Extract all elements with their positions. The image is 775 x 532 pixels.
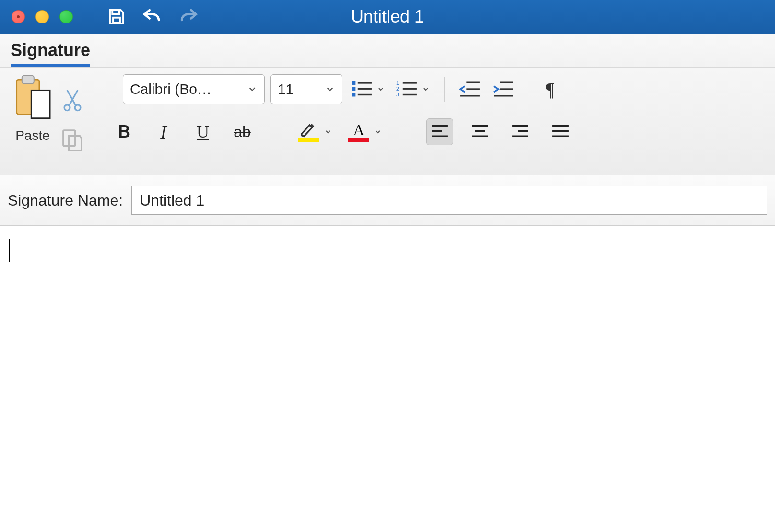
bold-button[interactable]: B [113, 122, 136, 142]
clipboard-group: Paste [10, 74, 92, 168]
chevron-down-icon [247, 84, 258, 94]
svg-text:1: 1 [396, 80, 399, 86]
svg-text:2: 2 [396, 86, 399, 92]
font-size-select[interactable]: 11 [270, 74, 342, 104]
svg-rect-9 [352, 88, 355, 90]
chevron-down-icon [377, 85, 385, 93]
font-color-button[interactable]: A [348, 122, 382, 142]
signature-name-label: Signature Name: [8, 192, 123, 209]
quick-access-toolbar [106, 7, 200, 27]
highlight-swatch [298, 138, 319, 142]
highlight-color-button[interactable] [298, 122, 332, 142]
signature-editor[interactable] [0, 226, 775, 504]
ribbon: Paste Calibri (Bo… [0, 68, 775, 175]
chevron-down-icon [325, 84, 335, 94]
mini-separator [276, 119, 276, 144]
tab-signature[interactable]: Signature [11, 40, 90, 67]
font-size-value: 11 [278, 81, 294, 97]
signature-name-input[interactable] [131, 186, 767, 215]
window-controls [12, 10, 73, 23]
svg-text:3: 3 [396, 92, 399, 97]
decrease-indent-button[interactable] [456, 78, 484, 100]
window-maximize-button[interactable] [59, 10, 73, 23]
ribbon-tabs: Signature [0, 34, 775, 68]
font-name-select[interactable]: Calibri (Bo… [123, 74, 265, 104]
bulleted-list-button[interactable] [348, 78, 388, 101]
svg-rect-7 [352, 82, 355, 84]
undo-icon[interactable] [141, 7, 163, 27]
align-left-button[interactable] [426, 118, 453, 145]
window-title: Untitled 1 [351, 7, 424, 27]
cut-icon[interactable] [62, 88, 83, 115]
underline-button[interactable]: U [191, 122, 214, 142]
save-icon[interactable] [106, 7, 127, 27]
svg-rect-0 [113, 18, 120, 23]
mini-separator [444, 77, 445, 102]
align-justify-button[interactable] [547, 118, 574, 145]
text-cursor [9, 239, 10, 262]
window-close-button[interactable] [12, 10, 25, 23]
numbered-list-button[interactable]: 1 2 3 [393, 78, 433, 101]
increase-indent-button[interactable] [490, 78, 517, 100]
clipboard-icon [12, 74, 53, 124]
signature-name-row: Signature Name: [0, 175, 775, 226]
chevron-down-icon [374, 128, 382, 136]
align-center-button[interactable] [467, 118, 493, 145]
paragraph-marks-button[interactable]: ¶ [541, 78, 559, 101]
align-right-button[interactable] [507, 118, 534, 145]
paste-label: Paste [15, 128, 50, 143]
svg-rect-3 [31, 90, 50, 118]
group-separator [97, 81, 97, 162]
strikethrough-button[interactable]: ab [231, 123, 254, 141]
chevron-down-icon [324, 128, 332, 136]
mini-separator [404, 119, 404, 144]
font-group: Calibri (Bo… 11 1 2 3 [102, 74, 580, 168]
font-color-swatch [348, 138, 369, 142]
titlebar: Untitled 1 [0, 0, 775, 34]
font-name-value: Calibri (Bo… [130, 81, 211, 97]
redo-icon[interactable] [177, 7, 200, 27]
mini-separator [529, 77, 529, 102]
italic-button[interactable]: I [152, 121, 175, 143]
window-minimize-button[interactable] [35, 10, 49, 23]
copy-icon[interactable] [61, 128, 83, 154]
paste-button[interactable]: Paste [12, 74, 53, 168]
svg-rect-11 [352, 93, 355, 96]
svg-rect-2 [22, 76, 34, 84]
chevron-down-icon [422, 85, 430, 93]
